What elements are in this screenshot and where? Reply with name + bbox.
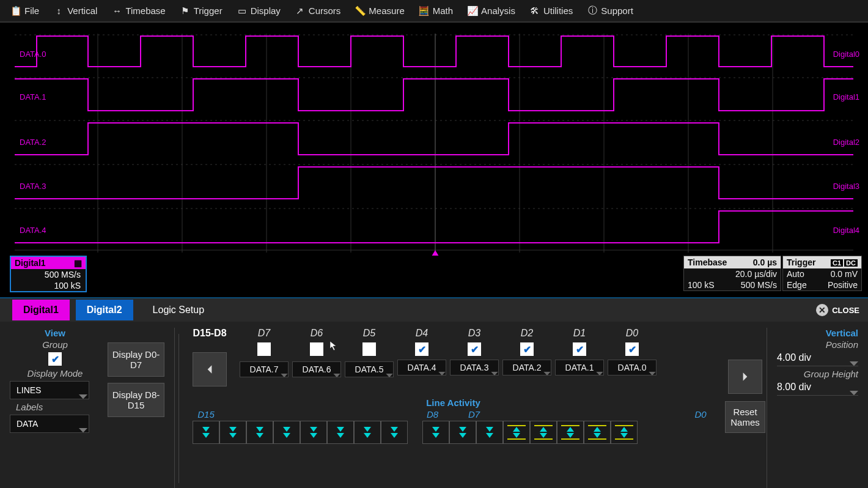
menu-display[interactable]: ▭Display	[230, 0, 288, 21]
menu-math[interactable]: 🧮Math	[412, 0, 460, 21]
trigger-type: Edge	[787, 280, 807, 290]
line-activity-cell-d1	[584, 421, 611, 444]
digital1-title: Digital1	[15, 258, 46, 268]
channel-checkbox-D2[interactable]	[520, 342, 534, 356]
channel-label-3: DATA.3	[20, 182, 46, 191]
menu-file[interactable]: 📋File	[4, 0, 46, 21]
channel-header: D5	[343, 328, 395, 339]
horizontal-arrows-icon: ↔	[112, 6, 122, 16]
display-mode-dropdown[interactable]: LINES	[10, 381, 89, 399]
digital1-rate: 500 MS/s	[11, 269, 86, 280]
channel-name-input-D5[interactable]: DATA.5	[345, 361, 394, 377]
tab-digital2[interactable]: Digital2	[76, 300, 133, 320]
digital1-badge[interactable]: Digital1▦ 500 MS/s 100 kS	[10, 256, 87, 292]
waveform-display[interactable]: DATA.0 DATA.1 DATA.2 DATA.3 DATA.4 Digit…	[0, 22, 868, 256]
channel-checkbox-D1[interactable]	[573, 342, 586, 356]
channel-checkbox-D7[interactable]	[257, 342, 271, 356]
right-label-2: Digital2	[833, 138, 859, 147]
display-d0-d7-button[interactable]: Display D0-D7	[108, 342, 164, 377]
channel-name-input-D7[interactable]: DATA.7	[240, 361, 289, 377]
channel-name-input-D3[interactable]: DATA.3	[450, 360, 499, 375]
channel-checkbox-D5[interactable]	[362, 342, 376, 356]
menu-trigger[interactable]: ⚑Trigger	[173, 0, 230, 21]
group-height-value[interactable]: 8.00 div	[777, 379, 858, 396]
channel-name-input-D1[interactable]: DATA.1	[555, 360, 604, 375]
line-activity-cell-d9	[354, 421, 381, 444]
svg-marker-17	[208, 365, 212, 374]
timebase-title: Timebase	[688, 257, 727, 267]
channel-name-input-D4[interactable]: DATA.4	[397, 360, 446, 375]
tab-logic-setup[interactable]: Logic Setup	[142, 300, 216, 320]
line-activity-cell-d3	[530, 421, 557, 444]
tab-digital1[interactable]: Digital1	[12, 300, 70, 320]
clipboard-icon: 📋	[11, 6, 21, 16]
close-button[interactable]: ✕CLOSE	[816, 304, 859, 316]
timebase-scale: 20.0 µs/div	[735, 269, 777, 279]
channel-label-2: DATA.2	[20, 138, 46, 147]
channel-name-input-D6[interactable]: DATA.6	[292, 361, 341, 377]
info-row: Digital1▦ 500 MS/s 100 kS Timebase0.0 µs…	[0, 256, 868, 297]
view-title: View	[10, 328, 100, 338]
group-checkbox[interactable]	[48, 352, 62, 366]
display-d8-d15-button[interactable]: Display D8-D15	[108, 383, 164, 417]
channel-name-input-D0[interactable]: DATA.0	[608, 360, 657, 375]
line-activity-cell-d15	[193, 421, 219, 444]
next-range-button[interactable]	[728, 360, 762, 394]
right-label-3: Digital3	[833, 182, 859, 191]
channel-header: D3	[448, 328, 501, 339]
channel-cell-D7: D7DATA.7	[238, 328, 290, 377]
reset-names-button[interactable]: Reset Names	[725, 401, 765, 433]
line-activity-d7: D7	[461, 409, 488, 420]
range-label: D15-D8	[193, 328, 227, 339]
menu-bar: 📋File ↕Vertical ↔Timebase ⚑Trigger ▭Disp…	[0, 0, 868, 22]
menu-analysis[interactable]: 📈Analysis	[460, 0, 523, 21]
vertical-title: Vertical	[777, 328, 858, 338]
timebase-samples: 100 kS	[688, 280, 715, 290]
prev-range-button[interactable]	[193, 352, 227, 386]
menu-cursors[interactable]: ↗Cursors	[288, 0, 348, 21]
channel-checkbox-D4[interactable]	[415, 342, 428, 356]
vertical-arrows-icon: ↕	[54, 6, 64, 16]
line-activity-cell-d8	[381, 421, 408, 444]
timebase-rate: 500 MS/s	[741, 280, 777, 290]
labels-dropdown[interactable]: DATA	[10, 415, 89, 433]
menu-support[interactable]: ⓘSupport	[580, 0, 641, 21]
line-activity-cell-d5	[476, 421, 503, 444]
line-activity-cell-d11	[300, 421, 327, 444]
channel-header: D2	[501, 328, 553, 339]
right-label-1: Digital1	[833, 92, 859, 102]
trigger-box[interactable]: Trigger C1DC Auto0.0 mV EdgePositive	[782, 256, 862, 291]
channel-name-input-D2[interactable]: DATA.2	[502, 360, 551, 375]
channel-checkbox-D3[interactable]	[468, 342, 481, 356]
logic-panel: Digital1 Digital2 Logic Setup ✕CLOSE Vie…	[0, 297, 868, 488]
channel-checkbox-D6[interactable]	[310, 342, 323, 356]
position-value[interactable]: 4.00 div	[777, 350, 858, 366]
timebase-box[interactable]: Timebase0.0 µs 20.0 µs/div 100 kS500 MS/…	[683, 256, 781, 291]
line-activity-d0: D0	[687, 409, 714, 420]
view-column: View Group Display Mode LINES Labels DAT…	[10, 328, 108, 488]
flag-icon: ⚑	[180, 6, 190, 16]
timebase-offset: 0.0 µs	[753, 257, 777, 267]
line-activity-section: Line Activity D15 D8 D7 D0	[193, 397, 714, 444]
line-activity-cell-d6	[449, 421, 476, 444]
channel-cell-D6: D6DATA.6	[290, 328, 343, 377]
line-activity-cell-d0	[611, 421, 638, 444]
group-label: Group	[10, 339, 100, 350]
channel-checkbox-D0[interactable]	[625, 342, 639, 356]
channel-header: D7	[238, 328, 290, 339]
close-icon: ✕	[816, 304, 828, 316]
menu-timebase[interactable]: ↔Timebase	[105, 0, 172, 21]
cursor-arrow-icon: ↗	[295, 6, 305, 16]
display-icon: ▭	[237, 6, 247, 16]
trigger-slope: Positive	[828, 280, 858, 290]
menu-measure[interactable]: 📏Measure	[348, 0, 411, 21]
info-icon: ⓘ	[587, 6, 597, 16]
chevron-right-icon	[740, 371, 751, 382]
channel-label-1: DATA.1	[20, 92, 46, 102]
menu-utilities[interactable]: 🛠Utilities	[523, 0, 580, 21]
display-mode-label: Display Mode	[10, 368, 100, 379]
trigger-coupling-badge: DC	[844, 259, 858, 267]
line-activity-cell-d2	[557, 421, 584, 444]
menu-vertical[interactable]: ↕Vertical	[46, 0, 105, 21]
trigger-ch-badge: C1	[831, 259, 843, 267]
